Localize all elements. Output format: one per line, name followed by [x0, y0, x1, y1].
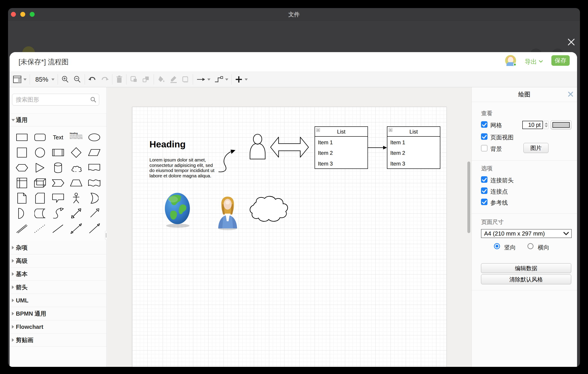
curve-arrow-shape[interactable]: [218, 149, 240, 174]
shape-cube[interactable]: [34, 178, 46, 188]
sidebar-section-basic[interactable]: 基本: [10, 267, 106, 281]
shadow-button[interactable]: [181, 75, 190, 84]
shape-card[interactable]: [35, 193, 45, 204]
list-item[interactable]: Item 3: [315, 158, 368, 169]
search-input[interactable]: [12, 94, 99, 106]
sidebar-section-flowchart[interactable]: Flowchart: [10, 320, 106, 333]
page-size-select[interactable]: A4 (210 mm x 297 mm): [481, 229, 572, 238]
shape-data-storage[interactable]: [34, 209, 46, 218]
vertical-scrollbar[interactable]: [467, 162, 470, 233]
zoom-level-button[interactable]: 85%: [33, 76, 54, 83]
sidebar-section-arrows[interactable]: 箭头: [10, 281, 106, 294]
zoom-in-button[interactable]: [61, 75, 70, 84]
shape-document[interactable]: [88, 164, 100, 172]
list-item[interactable]: Item 1: [387, 137, 440, 148]
grid-checkbox[interactable]: [481, 121, 487, 128]
shape-directional-connection[interactable]: [88, 223, 100, 234]
shape-text[interactable]: Text: [53, 134, 63, 141]
grid-size-stepper[interactable]: [543, 121, 549, 129]
stepper-down-icon[interactable]: [545, 125, 548, 127]
undo-button[interactable]: [88, 75, 97, 83]
clear-default-style-button[interactable]: 清除默认风格: [481, 275, 571, 284]
page-view-button[interactable]: [13, 75, 27, 84]
person-shape[interactable]: [249, 134, 266, 160]
cloud-shape[interactable]: [246, 191, 289, 225]
export-button[interactable]: 导出: [525, 52, 543, 72]
connection-style-button[interactable]: [196, 76, 210, 83]
shape-or[interactable]: [90, 193, 98, 204]
portrait-radio[interactable]: [494, 243, 500, 249]
insert-button[interactable]: [235, 75, 248, 83]
sidebar-section-advanced[interactable]: 高级: [10, 254, 106, 267]
to-front-button[interactable]: [130, 75, 138, 84]
sidebar-section-general[interactable]: 通用: [10, 113, 106, 127]
canvas-heading-text[interactable]: Heading: [149, 139, 186, 150]
shape-line[interactable]: [52, 224, 64, 233]
shape-ellipse[interactable]: [88, 133, 100, 142]
shape-trapezoid[interactable]: [70, 179, 83, 187]
shape-hexagon[interactable]: [16, 164, 28, 172]
shape-diagonal-arrow[interactable]: [89, 208, 100, 219]
list-item[interactable]: Item 1: [315, 137, 368, 148]
shape-actor[interactable]: [72, 193, 80, 204]
shape-rounded-rectangle[interactable]: [34, 133, 46, 141]
list-item[interactable]: Item 3: [387, 158, 440, 169]
zoom-out-button[interactable]: [73, 75, 82, 84]
redo-button[interactable]: [100, 75, 109, 83]
to-back-button[interactable]: [142, 75, 151, 84]
shape-and[interactable]: [18, 208, 26, 219]
save-button[interactable]: 保存: [551, 55, 570, 66]
page-view-checkbox[interactable]: [481, 133, 487, 140]
sidebar-section-uml[interactable]: UML: [10, 294, 106, 307]
double-arrow-shape[interactable]: [270, 134, 309, 160]
connector-arrow[interactable]: [368, 143, 387, 152]
grid-size-input[interactable]: [522, 121, 543, 129]
canvas-paragraph-text[interactable]: Lorem ipsum dolor sit amet, consectetur …: [149, 157, 217, 178]
drawing-canvas[interactable]: Heading Lorem ipsum dolor sit amet, cons…: [107, 87, 471, 367]
close-modal-icon[interactable]: [567, 38, 576, 46]
shape-circle[interactable]: [35, 147, 45, 158]
shape-bidirectional-diagonal-arrow[interactable]: [71, 208, 82, 219]
list-item[interactable]: Item 2: [387, 148, 440, 158]
shape-diamond[interactable]: [71, 147, 82, 158]
background-checkbox[interactable]: [481, 145, 487, 152]
waypoint-style-button[interactable]: [214, 75, 228, 84]
edit-data-button[interactable]: 编辑数据: [481, 263, 571, 273]
line-color-button[interactable]: [169, 75, 178, 84]
user-avatar[interactable]: [505, 55, 516, 66]
sidebar-section-misc[interactable]: 杂项: [10, 241, 106, 254]
background-image-button[interactable]: 图片: [524, 143, 548, 153]
shape-square[interactable]: [17, 147, 27, 158]
list-item[interactable]: Item 2: [315, 148, 368, 158]
globe-clipart[interactable]: [164, 192, 192, 230]
sidebar-section-clipart[interactable]: 剪贴画: [10, 333, 106, 347]
close-panel-icon[interactable]: [568, 91, 574, 97]
list-shape-2[interactable]: List Item 1 Item 2 Item 3: [387, 126, 440, 169]
sidebar-section-bpmn[interactable]: BPMN 通用: [10, 307, 106, 320]
shape-callout[interactable]: [52, 194, 64, 203]
shape-internal-storage[interactable]: [17, 178, 27, 188]
shape-cloud[interactable]: [70, 164, 83, 172]
guides-checkbox[interactable]: [481, 199, 487, 205]
shape-note[interactable]: [17, 193, 27, 204]
shape-process[interactable]: [52, 149, 64, 157]
fill-color-button[interactable]: [157, 75, 166, 84]
shape-curve[interactable]: [52, 208, 64, 219]
shape-textbox[interactable]: Heading Lorem ipsum dolor sit amet, cons…: [70, 132, 83, 143]
shape-parallelogram[interactable]: [88, 149, 101, 156]
shape-bidirectional-connection[interactable]: [70, 223, 82, 234]
shape-triangle[interactable]: [35, 163, 45, 173]
stepper-up-icon[interactable]: [545, 122, 548, 124]
landscape-radio[interactable]: [527, 243, 534, 249]
shape-rectangle[interactable]: [16, 133, 28, 141]
connection-arrows-checkbox[interactable]: [481, 176, 487, 183]
shape-tape[interactable]: [88, 178, 101, 187]
shape-link[interactable]: [16, 224, 28, 233]
delete-button[interactable]: [116, 75, 123, 84]
list-shape-1[interactable]: List Item 1 Item 2 Item 3: [315, 126, 368, 169]
grid-color-swatch[interactable]: [551, 120, 571, 130]
shape-cylinder[interactable]: [54, 162, 62, 173]
shape-step[interactable]: [52, 179, 64, 187]
shape-dashed-line[interactable]: [34, 224, 46, 233]
businesswoman-clipart[interactable]: [217, 195, 239, 230]
